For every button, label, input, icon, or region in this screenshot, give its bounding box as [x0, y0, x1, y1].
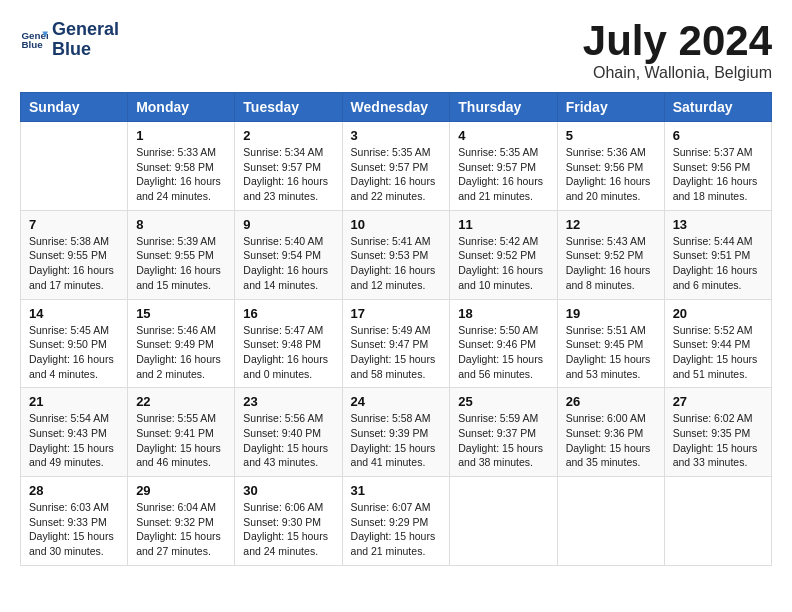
day-info: Sunrise: 5:35 AM Sunset: 9:57 PM Dayligh…	[351, 145, 442, 204]
day-number: 15	[136, 306, 226, 321]
day-cell-2: 2Sunrise: 5:34 AM Sunset: 9:57 PM Daylig…	[235, 122, 342, 211]
day-info: Sunrise: 5:46 AM Sunset: 9:49 PM Dayligh…	[136, 323, 226, 382]
day-info: Sunrise: 6:07 AM Sunset: 9:29 PM Dayligh…	[351, 500, 442, 559]
day-number: 31	[351, 483, 442, 498]
day-info: Sunrise: 6:06 AM Sunset: 9:30 PM Dayligh…	[243, 500, 333, 559]
day-cell-16: 16Sunrise: 5:47 AM Sunset: 9:48 PM Dayli…	[235, 299, 342, 388]
day-info: Sunrise: 5:43 AM Sunset: 9:52 PM Dayligh…	[566, 234, 656, 293]
weekday-header-sunday: Sunday	[21, 93, 128, 122]
day-cell-28: 28Sunrise: 6:03 AM Sunset: 9:33 PM Dayli…	[21, 477, 128, 566]
day-number: 2	[243, 128, 333, 143]
day-number: 3	[351, 128, 442, 143]
day-number: 20	[673, 306, 763, 321]
day-info: Sunrise: 6:00 AM Sunset: 9:36 PM Dayligh…	[566, 411, 656, 470]
day-number: 9	[243, 217, 333, 232]
day-cell-23: 23Sunrise: 5:56 AM Sunset: 9:40 PM Dayli…	[235, 388, 342, 477]
day-number: 4	[458, 128, 548, 143]
day-cell-29: 29Sunrise: 6:04 AM Sunset: 9:32 PM Dayli…	[128, 477, 235, 566]
title-section: July 2024 Ohain, Wallonia, Belgium	[583, 20, 772, 82]
day-info: Sunrise: 5:58 AM Sunset: 9:39 PM Dayligh…	[351, 411, 442, 470]
weekday-header-friday: Friday	[557, 93, 664, 122]
day-cell-6: 6Sunrise: 5:37 AM Sunset: 9:56 PM Daylig…	[664, 122, 771, 211]
weekday-header-row: SundayMondayTuesdayWednesdayThursdayFrid…	[21, 93, 772, 122]
day-info: Sunrise: 6:02 AM Sunset: 9:35 PM Dayligh…	[673, 411, 763, 470]
day-info: Sunrise: 5:52 AM Sunset: 9:44 PM Dayligh…	[673, 323, 763, 382]
day-cell-22: 22Sunrise: 5:55 AM Sunset: 9:41 PM Dayli…	[128, 388, 235, 477]
day-number: 13	[673, 217, 763, 232]
day-info: Sunrise: 5:55 AM Sunset: 9:41 PM Dayligh…	[136, 411, 226, 470]
header: General Blue General Blue July 2024 Ohai…	[20, 20, 772, 82]
day-number: 19	[566, 306, 656, 321]
week-row-1: 1Sunrise: 5:33 AM Sunset: 9:58 PM Daylig…	[21, 122, 772, 211]
day-cell-31: 31Sunrise: 6:07 AM Sunset: 9:29 PM Dayli…	[342, 477, 450, 566]
day-number: 21	[29, 394, 119, 409]
day-number: 24	[351, 394, 442, 409]
day-number: 5	[566, 128, 656, 143]
day-cell-9: 9Sunrise: 5:40 AM Sunset: 9:54 PM Daylig…	[235, 210, 342, 299]
day-number: 18	[458, 306, 548, 321]
day-number: 23	[243, 394, 333, 409]
logo-icon: General Blue	[20, 26, 48, 54]
day-info: Sunrise: 5:51 AM Sunset: 9:45 PM Dayligh…	[566, 323, 656, 382]
day-info: Sunrise: 5:56 AM Sunset: 9:40 PM Dayligh…	[243, 411, 333, 470]
day-cell-14: 14Sunrise: 5:45 AM Sunset: 9:50 PM Dayli…	[21, 299, 128, 388]
day-info: Sunrise: 5:39 AM Sunset: 9:55 PM Dayligh…	[136, 234, 226, 293]
logo-text: General Blue	[52, 20, 119, 60]
day-info: Sunrise: 5:40 AM Sunset: 9:54 PM Dayligh…	[243, 234, 333, 293]
week-row-5: 28Sunrise: 6:03 AM Sunset: 9:33 PM Dayli…	[21, 477, 772, 566]
day-info: Sunrise: 5:50 AM Sunset: 9:46 PM Dayligh…	[458, 323, 548, 382]
day-info: Sunrise: 5:59 AM Sunset: 9:37 PM Dayligh…	[458, 411, 548, 470]
day-info: Sunrise: 5:33 AM Sunset: 9:58 PM Dayligh…	[136, 145, 226, 204]
day-number: 12	[566, 217, 656, 232]
day-number: 25	[458, 394, 548, 409]
day-info: Sunrise: 5:35 AM Sunset: 9:57 PM Dayligh…	[458, 145, 548, 204]
month-year-title: July 2024	[583, 20, 772, 62]
day-info: Sunrise: 5:36 AM Sunset: 9:56 PM Dayligh…	[566, 145, 656, 204]
day-number: 22	[136, 394, 226, 409]
weekday-header-monday: Monday	[128, 93, 235, 122]
day-cell-4: 4Sunrise: 5:35 AM Sunset: 9:57 PM Daylig…	[450, 122, 557, 211]
day-cell-13: 13Sunrise: 5:44 AM Sunset: 9:51 PM Dayli…	[664, 210, 771, 299]
location-subtitle: Ohain, Wallonia, Belgium	[583, 64, 772, 82]
day-info: Sunrise: 5:49 AM Sunset: 9:47 PM Dayligh…	[351, 323, 442, 382]
day-info: Sunrise: 6:03 AM Sunset: 9:33 PM Dayligh…	[29, 500, 119, 559]
week-row-4: 21Sunrise: 5:54 AM Sunset: 9:43 PM Dayli…	[21, 388, 772, 477]
empty-cell	[664, 477, 771, 566]
weekday-header-wednesday: Wednesday	[342, 93, 450, 122]
day-number: 26	[566, 394, 656, 409]
day-cell-25: 25Sunrise: 5:59 AM Sunset: 9:37 PM Dayli…	[450, 388, 557, 477]
day-number: 29	[136, 483, 226, 498]
week-row-3: 14Sunrise: 5:45 AM Sunset: 9:50 PM Dayli…	[21, 299, 772, 388]
day-info: Sunrise: 5:42 AM Sunset: 9:52 PM Dayligh…	[458, 234, 548, 293]
day-info: Sunrise: 5:41 AM Sunset: 9:53 PM Dayligh…	[351, 234, 442, 293]
day-number: 1	[136, 128, 226, 143]
day-number: 11	[458, 217, 548, 232]
day-info: Sunrise: 5:54 AM Sunset: 9:43 PM Dayligh…	[29, 411, 119, 470]
weekday-header-thursday: Thursday	[450, 93, 557, 122]
day-number: 7	[29, 217, 119, 232]
day-cell-5: 5Sunrise: 5:36 AM Sunset: 9:56 PM Daylig…	[557, 122, 664, 211]
day-cell-12: 12Sunrise: 5:43 AM Sunset: 9:52 PM Dayli…	[557, 210, 664, 299]
day-info: Sunrise: 5:34 AM Sunset: 9:57 PM Dayligh…	[243, 145, 333, 204]
weekday-header-tuesday: Tuesday	[235, 93, 342, 122]
day-info: Sunrise: 6:04 AM Sunset: 9:32 PM Dayligh…	[136, 500, 226, 559]
day-cell-19: 19Sunrise: 5:51 AM Sunset: 9:45 PM Dayli…	[557, 299, 664, 388]
day-cell-10: 10Sunrise: 5:41 AM Sunset: 9:53 PM Dayli…	[342, 210, 450, 299]
empty-cell	[557, 477, 664, 566]
svg-text:Blue: Blue	[21, 39, 43, 50]
day-info: Sunrise: 5:47 AM Sunset: 9:48 PM Dayligh…	[243, 323, 333, 382]
day-cell-3: 3Sunrise: 5:35 AM Sunset: 9:57 PM Daylig…	[342, 122, 450, 211]
day-cell-11: 11Sunrise: 5:42 AM Sunset: 9:52 PM Dayli…	[450, 210, 557, 299]
day-cell-8: 8Sunrise: 5:39 AM Sunset: 9:55 PM Daylig…	[128, 210, 235, 299]
day-cell-1: 1Sunrise: 5:33 AM Sunset: 9:58 PM Daylig…	[128, 122, 235, 211]
day-number: 8	[136, 217, 226, 232]
day-info: Sunrise: 5:44 AM Sunset: 9:51 PM Dayligh…	[673, 234, 763, 293]
day-info: Sunrise: 5:45 AM Sunset: 9:50 PM Dayligh…	[29, 323, 119, 382]
day-number: 10	[351, 217, 442, 232]
day-cell-27: 27Sunrise: 6:02 AM Sunset: 9:35 PM Dayli…	[664, 388, 771, 477]
day-number: 28	[29, 483, 119, 498]
day-number: 17	[351, 306, 442, 321]
week-row-2: 7Sunrise: 5:38 AM Sunset: 9:55 PM Daylig…	[21, 210, 772, 299]
day-cell-26: 26Sunrise: 6:00 AM Sunset: 9:36 PM Dayli…	[557, 388, 664, 477]
empty-cell	[450, 477, 557, 566]
